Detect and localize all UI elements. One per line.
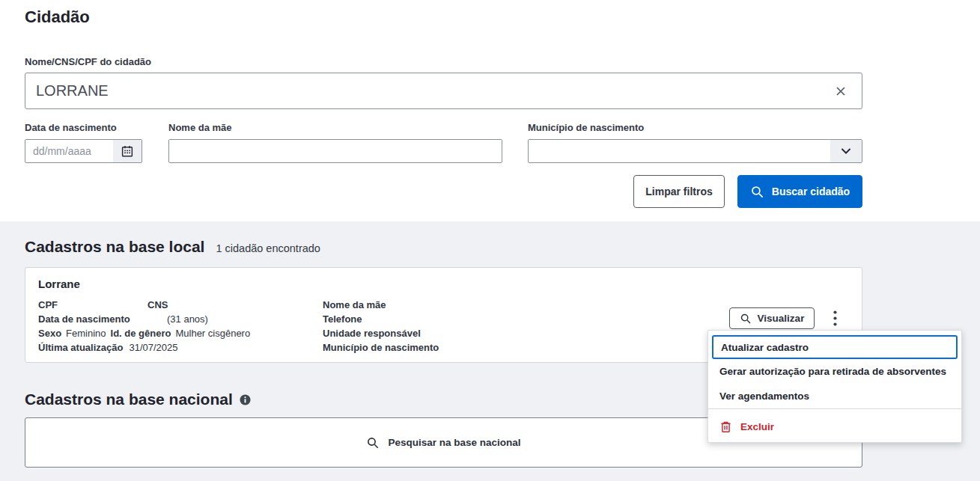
birth-date-row-label: Data de nascimento — [38, 312, 167, 326]
close-icon — [833, 84, 848, 99]
birth-city-select[interactable] — [528, 139, 862, 163]
mother-label: Nome da mãe — [323, 298, 386, 312]
search-citizen-label: Buscar cidadão — [772, 186, 850, 197]
citizen-details-middle: Nome da mãe Telefone Unidade responsável… — [323, 298, 439, 355]
citizen-name: Lorrane — [38, 278, 80, 290]
search-icon — [740, 313, 752, 325]
birth-date-field[interactable] — [25, 139, 142, 163]
page-title: Cidadão — [25, 7, 90, 27]
last-update-value: 31/07/2025 — [129, 340, 177, 355]
gender-label: Id. de gênero — [111, 326, 171, 340]
phone-label: Telefone — [323, 312, 362, 326]
citizen-details-left: CPF CNS Data de nascimento (31 anos) Sex… — [38, 298, 255, 355]
last-update-row: Última atualização 31/07/2025 — [38, 340, 255, 355]
clear-filters-button[interactable]: Limpar filtros — [633, 175, 725, 208]
mother-name-input[interactable] — [169, 140, 502, 162]
visualize-label: Visualizar — [758, 313, 805, 324]
cpf-cns-row: CPF CNS — [38, 298, 255, 312]
kebab-menu-icon — [833, 310, 837, 326]
calendar-button[interactable] — [113, 140, 141, 162]
birth-city-dropdown-button[interactable] — [830, 140, 862, 162]
clear-filters-label: Limpar filtros — [645, 186, 712, 197]
menu-item-atualizar-cadastro[interactable]: Atualizar cadastro — [712, 335, 958, 359]
cns-label: CNS — [147, 298, 168, 312]
citizen-age: (31 anos) — [167, 312, 208, 326]
citizen-search-page: Cidadão Nome/CNS/CPF do cidadão Data de … — [0, 0, 980, 481]
sex-value: Feminino — [66, 326, 106, 340]
search-icon — [750, 185, 764, 199]
mother-name-field[interactable] — [168, 139, 502, 163]
calendar-icon — [121, 144, 134, 158]
menu-item-label: Atualizar cadastro — [721, 342, 809, 353]
search-citizen-button[interactable]: Buscar cidadão — [737, 175, 862, 208]
context-menu: Atualizar cadastro Gerar autorização par… — [707, 330, 962, 443]
trash-icon — [719, 420, 732, 433]
menu-item-gerar-autorizacao[interactable]: Gerar autorização para retirada de absor… — [708, 359, 961, 384]
delete-label: Excluir — [740, 421, 774, 432]
search-icon — [366, 436, 380, 450]
clear-search-button[interactable] — [830, 81, 851, 102]
local-results-header: Cadastros na base local 1 cidadão encont… — [25, 238, 320, 256]
citizen-search-input[interactable] — [36, 82, 830, 99]
unit-label: Unidade responsável — [323, 326, 421, 340]
menu-item-label: Gerar autorização para retirada de absor… — [719, 366, 946, 377]
last-update-label: Última atualização — [38, 340, 123, 355]
national-section-title: Cadastros na base nacional — [25, 390, 233, 408]
gender-value: Mulher cisgênero — [175, 326, 250, 340]
citizen-search-label: Nome/CNS/CPF do cidadão — [25, 56, 151, 67]
birth-city-input[interactable] — [529, 140, 830, 162]
birth-date-label: Data de nascimento — [25, 122, 117, 133]
results-count: 1 cidadão encontrado — [216, 242, 320, 254]
menu-item-excluir[interactable]: Excluir — [708, 409, 961, 444]
chevron-down-icon — [840, 145, 852, 157]
info-icon[interactable] — [240, 394, 251, 405]
visualize-button[interactable]: Visualizar — [729, 307, 815, 329]
birth-city-label: Município de nascimento — [528, 122, 644, 133]
sex-label: Sexo — [38, 326, 61, 340]
mother-name-label: Nome da mãe — [168, 122, 232, 133]
national-search-label: Pesquisar na base nacional — [388, 437, 520, 448]
citizen-search-field[interactable] — [25, 73, 862, 109]
birth-date-input[interactable] — [25, 140, 113, 162]
city-label: Município de nascimento — [323, 340, 439, 355]
cpf-label: CPF — [38, 298, 147, 312]
more-options-button[interactable] — [827, 307, 843, 328]
sex-gender-row: Sexo Feminino Id. de gênero Mulher cisgê… — [38, 326, 255, 340]
menu-item-ver-agendamentos[interactable]: Ver agendamentos — [708, 384, 961, 408]
national-section-header: Cadastros na base nacional — [25, 390, 251, 408]
menu-item-label: Ver agendamentos — [719, 390, 809, 402]
local-results-title: Cadastros na base local — [25, 238, 204, 256]
birth-date-row: Data de nascimento (31 anos) — [38, 312, 255, 326]
